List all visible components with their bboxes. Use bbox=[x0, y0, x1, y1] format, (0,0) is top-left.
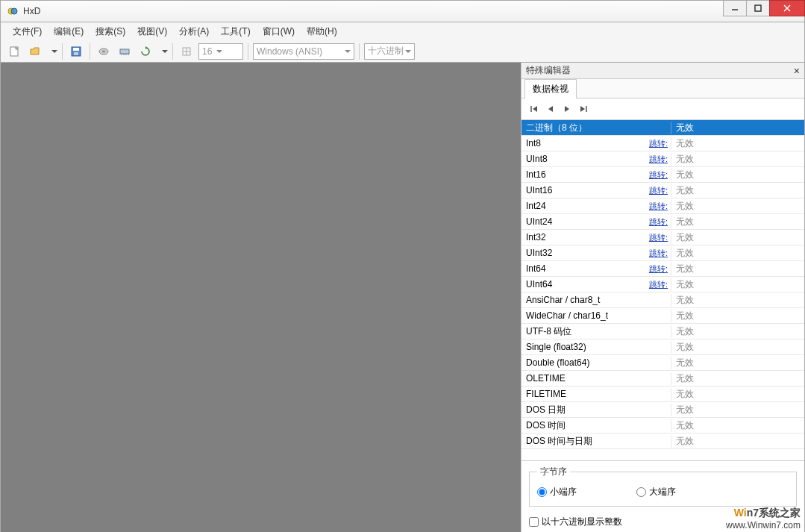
value-cell[interactable]: 无效 bbox=[671, 200, 804, 213]
table-row[interactable]: UInt24跳转:无效 bbox=[521, 214, 804, 230]
value-cell[interactable]: 无效 bbox=[671, 325, 804, 338]
table-row[interactable]: 二进制（8 位）无效 bbox=[521, 120, 804, 136]
table-row[interactable]: FILETIME无效 bbox=[521, 387, 804, 402]
inspector-title: 特殊编辑器 bbox=[526, 64, 794, 77]
ram-icon[interactable] bbox=[116, 43, 134, 60]
byte-order-legend: 字节序 bbox=[537, 466, 570, 478]
value-cell[interactable]: 无效 bbox=[671, 153, 804, 166]
value-cell[interactable]: 无效 bbox=[671, 263, 804, 275]
menu-view[interactable]: 视图(V) bbox=[131, 23, 173, 40]
jump-link[interactable]: 跳转: bbox=[649, 233, 668, 242]
value-cell[interactable]: 无效 bbox=[671, 419, 804, 432]
data-inspector-table[interactable]: 二进制（8 位）无效Int8跳转:无效UInt8跳转:无效Int16跳转:无效U… bbox=[521, 119, 804, 460]
jump-link[interactable]: 跳转: bbox=[649, 139, 668, 148]
value-cell[interactable]: 无效 bbox=[671, 357, 804, 369]
menu-tools[interactable]: 工具(T) bbox=[215, 23, 256, 40]
svg-rect-3 bbox=[755, 5, 761, 11]
nav-last-icon[interactable] bbox=[577, 102, 590, 116]
table-row[interactable]: AnsiChar / char8_t无效 bbox=[521, 292, 804, 308]
table-row[interactable]: Int32跳转:无效 bbox=[521, 230, 804, 245]
save-icon[interactable] bbox=[67, 43, 85, 60]
table-row[interactable]: Double (float64)无效 bbox=[521, 355, 804, 371]
jump-link[interactable]: 跳转: bbox=[649, 248, 668, 257]
minimize-button[interactable] bbox=[723, 0, 747, 16]
radio-big-endian-input[interactable] bbox=[636, 487, 646, 497]
new-file-icon[interactable] bbox=[5, 43, 23, 60]
toggle-icon[interactable] bbox=[178, 43, 195, 60]
disk-icon[interactable] bbox=[95, 43, 113, 60]
value-cell[interactable]: 无效 bbox=[671, 231, 804, 244]
table-row[interactable]: Int8跳转:无效 bbox=[521, 136, 804, 151]
bytes-per-row-combo[interactable]: 16 bbox=[198, 43, 243, 60]
value-cell[interactable]: 无效 bbox=[671, 341, 804, 354]
type-name-cell: Int16 bbox=[521, 169, 648, 180]
value-cell[interactable]: 无效 bbox=[671, 184, 804, 197]
table-row[interactable]: WideChar / char16_t无效 bbox=[521, 308, 804, 324]
table-row[interactable]: UInt32跳转:无效 bbox=[521, 245, 804, 261]
main-area: 特殊编辑器 × 数据检视 二进制（8 位）无效Int8跳转:无效UInt8跳转:… bbox=[0, 63, 805, 532]
separator bbox=[62, 43, 63, 60]
refresh-icon[interactable] bbox=[137, 43, 154, 60]
table-row[interactable]: Int24跳转:无效 bbox=[521, 198, 804, 214]
value-cell[interactable]: 无效 bbox=[671, 216, 804, 228]
table-row[interactable]: DOS 日期无效 bbox=[521, 402, 804, 418]
type-name-cell: DOS 时间与日期 bbox=[521, 435, 648, 448]
menu-bar: 文件(F) 编辑(E) 搜索(S) 视图(V) 分析(A) 工具(T) 窗口(W… bbox=[0, 22, 805, 40]
table-row[interactable]: Single (float32)无效 bbox=[521, 339, 804, 355]
open-file-icon[interactable] bbox=[26, 43, 44, 60]
menu-window[interactable]: 窗口(W) bbox=[257, 23, 301, 40]
jump-link[interactable]: 跳转: bbox=[649, 217, 668, 226]
table-row[interactable]: UInt8跳转:无效 bbox=[521, 151, 804, 167]
value-cell[interactable]: 无效 bbox=[671, 294, 804, 307]
table-row[interactable]: UInt64跳转:无效 bbox=[521, 277, 804, 292]
table-row[interactable]: UInt16跳转:无效 bbox=[521, 183, 804, 198]
value-cell[interactable]: 无效 bbox=[671, 404, 804, 416]
radio-big-endian[interactable]: 大端序 bbox=[636, 486, 676, 498]
jump-link[interactable]: 跳转: bbox=[649, 264, 668, 273]
table-row[interactable]: OLETIME无效 bbox=[521, 371, 804, 387]
table-row[interactable]: Int64跳转:无效 bbox=[521, 261, 804, 277]
nav-next-icon[interactable] bbox=[560, 102, 574, 116]
open-dropdown-icon[interactable] bbox=[51, 46, 57, 57]
nav-prev-icon[interactable] bbox=[544, 102, 557, 116]
type-name-cell: WideChar / char16_t bbox=[521, 310, 648, 321]
refresh-dropdown-icon[interactable] bbox=[162, 46, 168, 57]
menu-analysis[interactable]: 分析(A) bbox=[173, 23, 215, 40]
jump-link[interactable]: 跳转: bbox=[649, 154, 668, 163]
menu-edit[interactable]: 编辑(E) bbox=[48, 23, 90, 40]
value-cell[interactable]: 无效 bbox=[671, 247, 804, 260]
jump-link[interactable]: 跳转: bbox=[649, 186, 668, 195]
hex-integers-checkbox[interactable] bbox=[529, 517, 539, 527]
charset-combo[interactable]: Windows (ANSI) bbox=[253, 43, 354, 60]
tab-data-view[interactable]: 数据检视 bbox=[524, 79, 577, 98]
table-row[interactable]: Int16跳转:无效 bbox=[521, 167, 804, 183]
nav-first-icon[interactable] bbox=[527, 102, 541, 116]
jump-link[interactable]: 跳转: bbox=[649, 170, 668, 179]
value-cell[interactable]: 无效 bbox=[671, 122, 804, 134]
inspector-close-icon[interactable]: × bbox=[794, 65, 800, 77]
jump-link[interactable]: 跳转: bbox=[649, 280, 668, 289]
hex-editor-area[interactable] bbox=[1, 63, 521, 532]
jump-link[interactable]: 跳转: bbox=[649, 201, 668, 210]
value-cell[interactable]: 无效 bbox=[671, 372, 804, 385]
menu-help[interactable]: 帮助(H) bbox=[301, 23, 343, 40]
table-row[interactable]: DOS 时间与日期无效 bbox=[521, 434, 804, 449]
table-row[interactable]: DOS 时间无效 bbox=[521, 418, 804, 434]
close-button[interactable] bbox=[769, 0, 805, 16]
radio-little-endian-input[interactable] bbox=[537, 487, 547, 497]
radio-little-endian[interactable]: 小端序 bbox=[537, 486, 577, 498]
maximize-button[interactable] bbox=[746, 0, 770, 16]
value-cell[interactable]: 无效 bbox=[671, 169, 804, 181]
value-cell[interactable]: 无效 bbox=[671, 388, 804, 401]
value-cell[interactable]: 无效 bbox=[671, 310, 804, 322]
value-cell[interactable]: 无效 bbox=[671, 435, 804, 448]
toolbar: 16 Windows (ANSI) 十六进制 bbox=[0, 40, 805, 63]
value-cell[interactable]: 无效 bbox=[671, 278, 804, 291]
table-row[interactable]: UTF-8 码位无效 bbox=[521, 324, 804, 339]
value-cell[interactable]: 无效 bbox=[671, 137, 804, 150]
menu-file[interactable]: 文件(F) bbox=[7, 23, 48, 40]
menu-search[interactable]: 搜索(S) bbox=[90, 23, 131, 40]
hex-integers-label: 以十六进制显示整数 bbox=[542, 516, 622, 528]
type-name-cell: UInt64 bbox=[521, 279, 648, 290]
number-base-combo[interactable]: 十六进制 bbox=[364, 43, 415, 60]
